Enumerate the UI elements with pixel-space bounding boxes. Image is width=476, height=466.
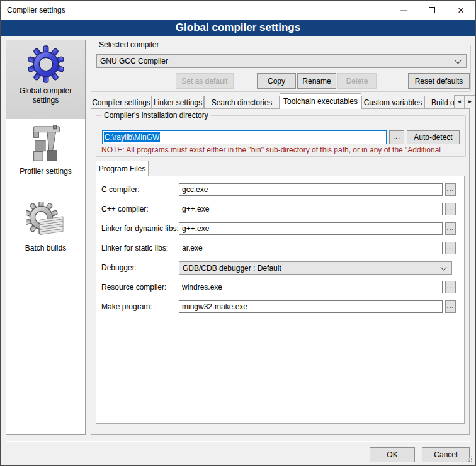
dynamic-linker-input[interactable] [179, 222, 443, 235]
tab-scroll-right-button[interactable]: ► [465, 95, 475, 108]
debugger-select[interactable]: GDB/CDB debugger : Default [179, 261, 452, 275]
compiler-settings-dialog: Compiler settings × Global compiler sett… [0, 0, 476, 466]
static-linker-label: Linker for static libs: [101, 244, 168, 253]
minimize-button[interactable] [388, 1, 417, 20]
compiler-select-value: GNU GCC Compiler [100, 57, 168, 65]
window-title: Compiler settings [7, 1, 65, 20]
settings-category-list: Global compiler settings Profiler settin… [6, 40, 86, 435]
c-compiler-label: C compiler: [101, 185, 140, 194]
resource-compiler-label: Resource compiler: [101, 283, 166, 292]
make-program-label: Make program: [101, 302, 152, 311]
ok-button[interactable]: OK [370, 447, 415, 462]
sidebar-item-label: Profiler settings [11, 167, 81, 176]
cpp-compiler-browse-button[interactable]: ... [445, 203, 456, 215]
cancel-button[interactable]: Cancel [422, 447, 470, 462]
title-bar[interactable]: Compiler settings × [1, 1, 475, 20]
caliper-icon [26, 125, 65, 164]
installation-directory-value: C:\raylib\MinGW [104, 132, 160, 142]
close-icon: × [458, 5, 464, 16]
maximize-button[interactable] [417, 1, 446, 20]
debugger-select-value: GDB/CDB debugger : Default [183, 264, 281, 273]
dynamic-linker-label: Linker for dynamic libs: [101, 224, 179, 233]
selected-compiler-group-title: Selected compiler [96, 40, 161, 50]
installation-directory-input[interactable]: C:\raylib\MinGW [102, 130, 387, 144]
tab-toolchain-executables[interactable]: Toolchain executables [280, 93, 361, 109]
cpp-compiler-label: C++ compiler: [101, 205, 149, 213]
batch-builds-icon [26, 202, 65, 241]
delete-button[interactable]: Delete [337, 73, 377, 89]
blue-gear-icon [27, 45, 65, 83]
static-linker-browse-button[interactable]: ... [445, 242, 456, 254]
tab-search-directories[interactable]: Search directories [204, 96, 280, 109]
debugger-label: Debugger: [101, 263, 137, 272]
scroll-right-icon: ► [468, 99, 473, 105]
sidebar-item-label: Batch builds [11, 244, 81, 253]
auto-detect-button[interactable]: Auto-detect [407, 130, 460, 144]
page-title: Global compiler settings [176, 21, 300, 34]
tab-linker-settings[interactable]: Linker settings [152, 96, 204, 109]
rename-button[interactable]: Rename [297, 73, 336, 89]
scroll-left-icon: ◄ [457, 99, 462, 105]
subtab-program-files[interactable]: Program Files [96, 161, 149, 176]
window-controls: × [388, 1, 475, 20]
make-program-browse-button[interactable]: ... [445, 300, 456, 313]
tab-custom-variables[interactable]: Custom variables [361, 96, 424, 109]
chevron-down-icon [455, 58, 462, 64]
make-program-input[interactable] [179, 300, 443, 313]
set-as-default-button[interactable]: Set as default [176, 73, 234, 89]
compiler-select[interactable]: GNU GCC Compiler [96, 54, 467, 68]
dialog-header: Global compiler settings [1, 20, 475, 36]
bin-subdirectory-note: NOTE: All programs must exist either in … [101, 145, 463, 154]
sidebar-item-global-compiler-settings[interactable]: Global compiler settings [6, 40, 85, 119]
resource-compiler-input[interactable] [179, 281, 443, 293]
copy-button[interactable]: Copy [257, 73, 296, 89]
close-button[interactable]: × [446, 1, 475, 20]
reset-defaults-button[interactable]: Reset defaults [408, 73, 470, 89]
chevron-down-icon [441, 264, 447, 271]
static-linker-input[interactable] [179, 242, 443, 254]
maximize-icon [429, 7, 435, 13]
resize-grip[interactable] [466, 456, 472, 462]
installation-directory-browse-button[interactable]: ... [389, 130, 404, 144]
c-compiler-input[interactable] [179, 183, 443, 196]
dynamic-linker-browse-button[interactable]: ... [445, 222, 456, 235]
c-compiler-browse-button[interactable]: ... [445, 183, 456, 196]
cpp-compiler-input[interactable] [179, 203, 443, 215]
sidebar-item-batch-builds[interactable]: Batch builds [6, 199, 85, 262]
footer-divider [6, 441, 471, 442]
minimize-icon [400, 10, 407, 11]
sidebar-item-label: Global compiler settings [11, 86, 81, 105]
resource-compiler-browse-button[interactable]: ... [445, 281, 456, 293]
sidebar-item-profiler-settings[interactable]: Profiler settings [6, 122, 85, 185]
tab-compiler-settings[interactable]: Compiler settings [91, 96, 152, 109]
installation-directory-group-title: Compiler's installation directory [101, 111, 211, 120]
tab-scroll-left-button[interactable]: ◄ [454, 95, 465, 108]
